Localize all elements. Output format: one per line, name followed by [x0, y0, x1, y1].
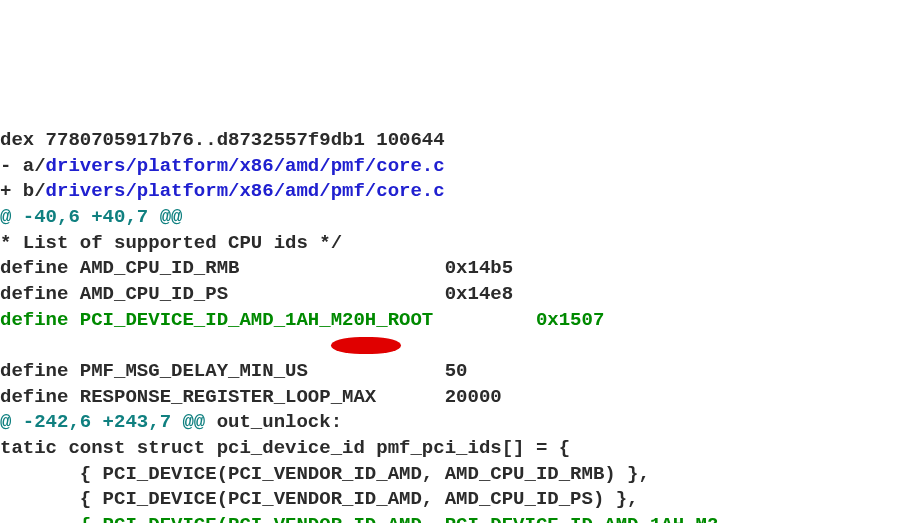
diff-file-b: drivers/platform/x86/amd/pmf/core.c [46, 180, 445, 202]
diff-ctx-cpuids: * List of supported CPU ids */ [0, 232, 342, 254]
diff-def-rmb: define AMD_CPU_ID_RMB 0x14b5 [0, 257, 513, 279]
diff-index-line: dex 7780705917b76..d8732557f9db1 100644 [0, 129, 445, 151]
diff-block: dex 7780705917b76..d8732557f9db1 100644 … [0, 103, 907, 523]
diff-minus-prefix: - a/ [0, 155, 46, 177]
diff-def-loop: define RESPONSE_REGISTER_LOOP_MAX 20000 [0, 386, 502, 408]
diff-static-line: tatic const struct pci_device_id pmf_pci… [0, 437, 570, 459]
diff-def-delay: define PMF_MSG_DELAY_MIN_US 50 [0, 360, 467, 382]
annotation-mark [0, 334, 401, 356]
diff-hunk1-header: @ -40,6 +40,7 @@ [0, 206, 182, 228]
diff-arr-rmb: { PCI_DEVICE(PCI_VENDOR_ID_AMD, AMD_CPU_… [0, 463, 650, 485]
diff-def-ps: define AMD_CPU_ID_PS 0x14e8 [0, 283, 513, 305]
diff-added-def: define PCI_DEVICE_ID_AMD_1AH_M20H_ROOT 0… [0, 309, 604, 331]
diff-file-a: drivers/platform/x86/amd/pmf/core.c [46, 155, 445, 177]
diff-arr-added: { PCI_DEVICE(PCI_VENDOR_ID_AMD, PCI_DEVI… [0, 514, 718, 523]
diff-plus-prefix: + b/ [0, 180, 46, 202]
diff-hunk2-header-line: @ -242,6 +243,7 @@ out_unlock: [0, 411, 342, 433]
diff-arr-ps: { PCI_DEVICE(PCI_VENDOR_ID_AMD, AMD_CPU_… [0, 488, 639, 510]
